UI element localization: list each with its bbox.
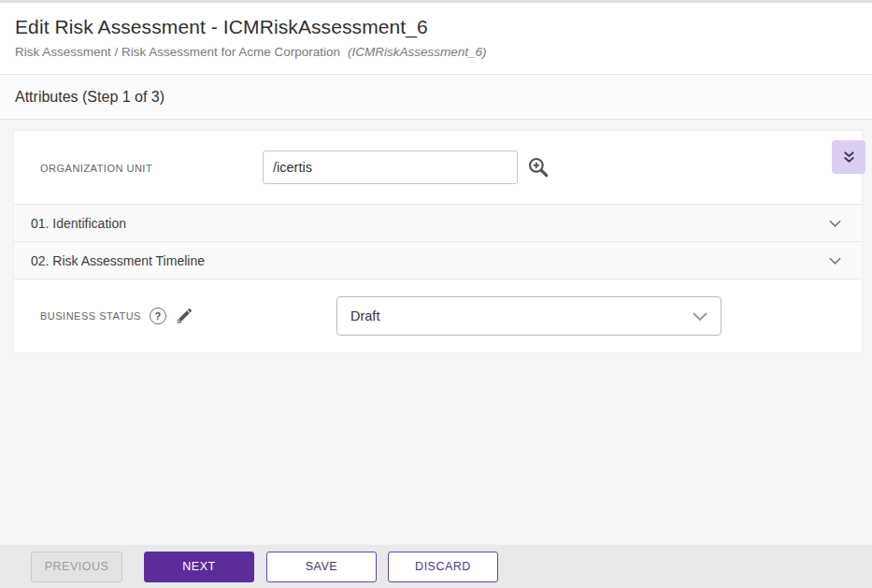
- step-bar: Attributes (Step 1 of 3): [0, 75, 872, 120]
- save-button[interactable]: SAVE: [266, 552, 377, 582]
- organization-unit-input[interactable]: [263, 151, 518, 184]
- breadcrumb-reference: (ICMRiskAssessment_6): [348, 45, 487, 59]
- main-content: ORGANIZATION UNIT 01. Identification: [0, 120, 872, 545]
- chevron-down-icon: [829, 257, 841, 265]
- page-title: Edit Risk Assessment - ICMRiskAssessment…: [15, 16, 857, 38]
- zoom-in-icon: [526, 155, 550, 179]
- breadcrumb-path: Risk Assessment / Risk Assessment for Ac…: [15, 45, 340, 59]
- action-bar: PREVIOUS NEXT SAVE DISCARD: [0, 545, 872, 588]
- edit-icon[interactable]: [175, 307, 193, 325]
- chevron-down-icon: [829, 220, 841, 227]
- page-header: Edit Risk Assessment - ICMRiskAssessment…: [0, 3, 872, 75]
- attributes-card: ORGANIZATION UNIT 01. Identification: [14, 131, 862, 352]
- section-risk-assessment-timeline[interactable]: 02. Risk Assessment Timeline: [14, 241, 862, 279]
- section-identification[interactable]: 01. Identification: [14, 204, 862, 241]
- help-icon[interactable]: ?: [150, 308, 166, 324]
- section-risk-assessment-timeline-label: 02. Risk Assessment Timeline: [31, 253, 205, 268]
- business-status-label: BUSINESS STATUS: [40, 310, 141, 322]
- business-status-row: BUSINESS STATUS ? Draft: [14, 279, 862, 352]
- section-identification-label: 01. Identification: [31, 216, 126, 231]
- organization-unit-row: ORGANIZATION UNIT: [14, 131, 862, 204]
- organization-unit-lookup-button[interactable]: [526, 155, 550, 179]
- double-chevron-down-icon: [842, 151, 856, 165]
- business-status-value: Draft: [350, 308, 379, 323]
- previous-button[interactable]: PREVIOUS: [31, 552, 122, 582]
- next-button[interactable]: NEXT: [144, 552, 254, 582]
- discard-button[interactable]: DISCARD: [388, 552, 498, 582]
- step-bar-label: Attributes (Step 1 of 3): [15, 89, 164, 105]
- chevron-down-icon: [693, 312, 708, 321]
- breadcrumb: Risk Assessment / Risk Assessment for Ac…: [15, 45, 857, 59]
- collapse-all-button[interactable]: [832, 140, 865, 174]
- organization-unit-label: ORGANIZATION UNIT: [40, 163, 152, 174]
- business-status-select[interactable]: Draft: [336, 296, 722, 336]
